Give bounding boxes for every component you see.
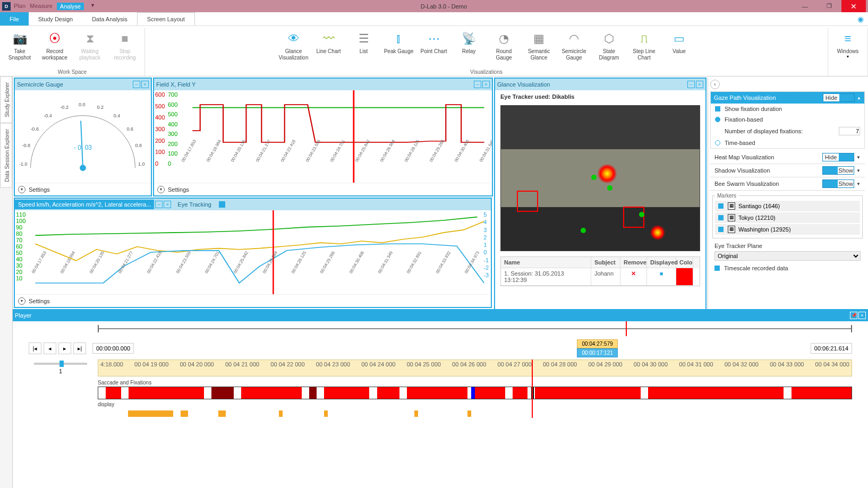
tab-screen-layout[interactable]: Screen Layout (137, 12, 195, 25)
window-title: D-Lab 3.0 - Demo (95, 3, 793, 10)
value-button[interactable]: ▭Value (662, 28, 697, 68)
step-line-chart-button[interactable]: ⎍Step Line Chart (627, 28, 662, 68)
panel-title: Field X, Field Y (156, 81, 195, 88)
list-button[interactable]: ☰List (346, 28, 381, 68)
tab-eye-tracking[interactable]: Eye Tracking (172, 200, 217, 209)
help-icon[interactable]: ◉ (857, 12, 864, 25)
eye-icon: 👁 (288, 30, 300, 47)
num-fixations-input[interactable] (839, 127, 860, 135)
cursor-time-top: 00:04:27:579 (577, 339, 617, 348)
relay-button[interactable]: 📡Relay (452, 28, 487, 68)
gaze-dot (639, 212, 644, 217)
peak-gauge-button[interactable]: ⫿Peak Gauge (381, 28, 416, 68)
point-chart-icon: ⋯ (428, 30, 440, 47)
semantic-glance-button[interactable]: ▦Semantic Glance (522, 28, 557, 68)
time-end: 00:06:21.614 (811, 343, 852, 354)
qat-measure[interactable]: Measure (30, 3, 53, 10)
maximize-button[interactable]: ❐ (817, 0, 841, 12)
stop-icon: ■ (121, 30, 128, 47)
eye-tracking-indicator (219, 201, 225, 208)
semicircle-gauge-button[interactable]: ◠Semicircle Gauge (557, 28, 592, 68)
qat-plan[interactable]: Plan (14, 3, 25, 10)
gaze-heatspot (650, 225, 666, 240)
radio[interactable] (715, 140, 720, 145)
qat-dropdown-icon[interactable]: ▼ (90, 3, 95, 10)
sidetab-study-explorer[interactable]: Study Explorer (0, 76, 12, 123)
track-label-display: display (98, 401, 852, 407)
player-pin-icon[interactable]: 📌 (850, 312, 857, 319)
roi-box (517, 191, 538, 212)
chevron-down-icon: ▾ (18, 297, 25, 305)
glance-viz-button[interactable]: 👁Glance Visualization (276, 28, 311, 68)
bee-swarm-toggle[interactable]: Show (822, 179, 854, 188)
play-button[interactable]: ▸ (58, 343, 71, 354)
timeline-cursor[interactable] (626, 321, 627, 336)
round-gauge-button[interactable]: ◔Round Gauge (487, 28, 522, 68)
shadow-toggle[interactable]: Show (822, 166, 854, 175)
panel-fieldxy: Field X, Field Y –× 6005004003002001000 … (153, 78, 493, 196)
chevron-down-icon[interactable]: ▼ (856, 168, 861, 173)
panel-min-icon[interactable]: – (133, 81, 140, 88)
point-chart-button[interactable]: ⋯Point Chart (416, 28, 452, 68)
tab-study-design[interactable]: Study Design (29, 12, 82, 25)
display-track[interactable] (98, 408, 852, 418)
take-snapshot-button[interactable]: 📷Take Snapshot (2, 28, 37, 68)
tab-file[interactable]: File (0, 12, 29, 25)
state-diagram-button[interactable]: ⬡State Diagram (592, 28, 627, 68)
semicircle-icon: ◠ (569, 30, 579, 47)
panel-area: Semicircle Gauge –× - 0. 03 -1.0-0.8-0.6… (13, 76, 868, 488)
panel-close-icon[interactable]: × (482, 81, 490, 88)
chevron-down-icon[interactable]: ▼ (856, 182, 861, 186)
speed-slider[interactable]: 1 (29, 359, 92, 418)
skip-start-button[interactable]: |◂ (29, 343, 41, 354)
fixations-track[interactable] (98, 387, 852, 399)
semantic-glance-icon: ▦ (533, 30, 544, 47)
time-ruler[interactable]: 4:18.00000 04 19 00000 04 20 00000 04 21… (98, 359, 852, 376)
checkbox[interactable] (715, 106, 720, 112)
panel-min-icon[interactable]: – (155, 201, 163, 208)
line-chart-button[interactable]: 〰Line Chart (311, 28, 346, 68)
settings-toggle[interactable]: ▾Settings (154, 183, 492, 195)
sidetab-data-session-explorer[interactable]: Data Session Explorer (0, 123, 12, 188)
skip-end-button[interactable]: ▸| (73, 343, 86, 354)
record-icon: ⦿ (49, 30, 61, 47)
panel-min-icon[interactable]: – (687, 81, 695, 88)
num-fixations-label: Number of displayed fixations: (725, 128, 803, 134)
step-back-button[interactable]: ◂ (44, 343, 56, 354)
panel-title-active[interactable]: Speed km/h, Acceleration m/s^2, Lateral … (15, 200, 154, 209)
panel-close-icon[interactable]: × (696, 81, 703, 88)
gaze-path-toggle[interactable]: Hide (823, 93, 855, 102)
ribbon: 📷Take Snapshot ⦿Record workspace ⧗Waitin… (0, 26, 868, 76)
range-slider[interactable] (98, 323, 852, 334)
settings-toggle[interactable]: ▾Settings (15, 294, 491, 307)
shadow-viz-label: Shadow Visualization (714, 167, 770, 174)
panel-semicircle: Semicircle Gauge –× - 0. 03 -1.0-0.8-0.6… (14, 78, 152, 196)
radio[interactable] (715, 117, 720, 122)
ribbon-tab-bar: File Study Design Data Analysis Screen L… (0, 12, 868, 26)
panel-min-icon[interactable]: – (474, 81, 481, 88)
quick-access-toolbar: Plan Measure Analyse ▼ (14, 3, 95, 10)
qat-analyse[interactable]: Analyse (57, 3, 84, 10)
chevron-down-icon: ▾ (157, 186, 165, 193)
panel-close-icon[interactable]: × (141, 81, 149, 88)
chevron-up-icon[interactable]: ▲ (857, 96, 861, 100)
waiting-playback-button: ⧗Waiting playback (72, 28, 107, 68)
close-button[interactable]: ✕ (841, 0, 866, 12)
timeline-cursor[interactable] (532, 359, 533, 418)
side-tab-strip: Study Explorer Data Session Explorer (0, 76, 13, 488)
record-workspace-button[interactable]: ⦿Record workspace (37, 28, 72, 68)
fieldxy-chart: 6005004003002001000 70060050040030020010… (154, 90, 492, 183)
heat-map-toggle[interactable]: Hide (822, 153, 854, 161)
collapse-panel-icon[interactable]: ‹ (710, 80, 720, 89)
minimize-button[interactable]: — (793, 0, 817, 12)
group-windows-label (847, 68, 849, 76)
panel-close-icon[interactable]: × (164, 201, 171, 208)
settings-toggle[interactable]: ▾Settings (15, 183, 151, 195)
panel-title: Semicircle Gauge (17, 81, 63, 88)
player-close-icon[interactable]: × (858, 312, 866, 319)
tab-data-analysis[interactable]: Data Analysis (82, 12, 137, 25)
windows-button[interactable]: ≡Windows▼ (830, 28, 865, 68)
speed-chart: 110100908070605040302010 543210-1-2-3 00… (15, 210, 491, 294)
chevron-down-icon[interactable]: ▼ (856, 155, 861, 160)
workspace: Study Explorer Data Session Explorer Sem… (0, 76, 868, 488)
